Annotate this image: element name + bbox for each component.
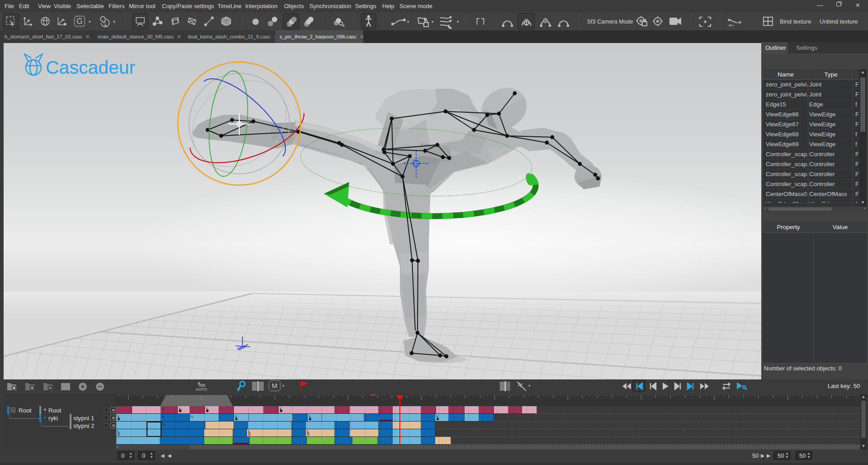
svg-text:AUTO: AUTO [195,387,207,392]
svg-text:Cascadeur: Cascadeur [46,57,135,78]
svg-text:G: G [76,17,83,26]
